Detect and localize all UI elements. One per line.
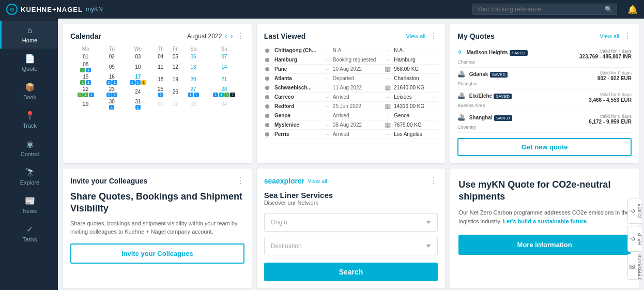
seaexplorer-view-all[interactable]: View all [308,178,327,184]
feedback-label: FEEDBACK [637,254,642,280]
more-information-button[interactable]: More information [458,235,631,255]
quote-price: 3,466 - 4,553 EUR [589,97,632,103]
star-icon[interactable]: ☆ [430,93,438,102]
calendar-day[interactable]: 07 [204,53,244,60]
calendar-day[interactable]: 19 [168,73,182,85]
my-quotes-view-all[interactable]: View all [600,33,619,39]
calendar-day[interactable]: 301 [101,98,122,110]
feedback-button[interactable]: ✉ FEEDBACK [627,254,643,280]
sea-search-button[interactable]: Search [264,263,438,281]
calendar-day[interactable]: 11 [154,60,168,73]
calendar-badge: 1 [89,93,94,97]
list-item[interactable]: Pune → 10 Aug 2022 🏢 968.00 KG [264,65,438,74]
calendar-day[interactable]: 04 [204,98,244,110]
calendar-day[interactable]: 20 [182,73,204,85]
sidebar-item-quote[interactable]: 📄 Quote [0,49,58,77]
calendar-day[interactable]: 18 [154,73,168,85]
calendar-badge: 1 [194,93,199,97]
calendar-day[interactable]: 04 [154,53,168,60]
sidebar-item-control[interactable]: ◉ Control [0,134,58,162]
calendar-day[interactable]: 02 [168,98,182,110]
guide-label: GUIDE [637,204,642,219]
calendar-day[interactable]: 01 [154,98,168,110]
quote-item[interactable]: ✈ Madison Heights SAVED Valid for 7 days… [457,46,632,68]
quote-to: Shanghai [457,81,632,86]
calendar-next-btn[interactable]: › [231,32,233,40]
calendar-day[interactable]: 24 [122,85,154,98]
saved-badge: SAVED [494,115,512,121]
calendar-day[interactable]: 22111 [70,85,101,98]
list-item[interactable]: Carreco → Arrived → Leixoes ☆ [264,93,438,102]
search-input[interactable] [477,6,605,13]
sidebar-item-track[interactable]: 📍 Track [0,105,58,134]
origin-select[interactable]: Origin [264,213,438,232]
calendar-day[interactable]: 2711 [182,85,204,98]
list-item[interactable]: Redford → 25 Jun 2022 🏢 14316.00 KG [264,102,438,111]
calendar-day[interactable]: 02 [101,53,122,60]
calendar-day[interactable]: 06 [182,53,204,60]
calendar-prev-btn[interactable]: ‹ [225,32,227,40]
calendar-day[interactable]: 251 [154,85,168,98]
shipment-dest: N.A. [393,46,430,55]
list-item[interactable]: Perris → Arrived → Los Angeles [264,130,438,139]
calendar-menu-btn[interactable]: ⋮ [236,31,244,41]
search-bar[interactable]: 🔍 [472,4,617,15]
calendar-day[interactable]: 13 [182,60,204,73]
calendar-day[interactable]: 29 [70,98,101,110]
calendar-day[interactable]: 26 [168,85,182,98]
quote-item[interactable]: 🚢 Elx/Elche SAVED Valid for 0 days 3,466… [457,89,632,111]
calendar-day[interactable]: 2311 [101,85,122,98]
invite-colleagues-button[interactable]: Invite your Colleagues [70,243,244,264]
list-item[interactable]: Hamburg → Booking requested → Hamburg [264,55,438,65]
calendar-day[interactable]: 1611 [101,73,122,85]
list-item[interactable]: Schwaebisch... → 11 Aug 2022 🏢 21640.00 … [264,83,438,93]
mykn-label: myKN [86,6,103,13]
calendar-day[interactable]: 09 [101,60,122,73]
calendar-day[interactable]: 17111 [122,73,154,85]
list-item[interactable]: Chittagong (Ch... → N.A. → N.A. [264,46,438,55]
calendar-day[interactable]: 05 [168,53,182,60]
calendar-day[interactable]: 01 [70,53,101,60]
destination-select[interactable]: Destination [264,237,438,255]
calendar-day[interactable]: 281111 [204,85,244,98]
sidebar-item-tasks[interactable]: ✓ Tasks [0,219,58,248]
calendar-day[interactable]: 03 [122,53,154,60]
co2-link[interactable]: Let's build a sustainable future. [503,218,588,224]
shipment-dot [265,132,269,136]
list-item[interactable]: Myslenice → 08 Aug 2022 🏢 7679.00 KG [264,120,438,130]
list-item[interactable]: Atlanta → Departed → Charleston [264,74,438,83]
sidebar-item-book[interactable]: 📦 Book [0,77,58,105]
calendar-badge: 1 [78,93,83,97]
sidebar-item-home[interactable]: ⌂ Home [0,21,58,49]
seaexplorer-menu[interactable]: ⋮ [430,176,438,186]
calendar-day[interactable]: 311 [122,98,154,110]
help-button[interactable]: ? HELP [627,226,643,252]
brand-name: KUEHNE+NAGEL [21,6,83,13]
shipment-dot [265,49,269,53]
last-viewed-menu[interactable]: ⋮ [430,31,438,41]
sidebar-item-explore[interactable]: 🔭 Explore [0,162,58,191]
notification-bell[interactable]: 🔔 [627,5,638,14]
calendar-badge: 1 [112,80,117,85]
calendar-day[interactable]: 1511 [70,73,101,85]
list-item[interactable]: Genoa → Arrived → Genoa [264,111,438,120]
shipment-dest: 21640.00 KG [393,83,430,93]
quote-item[interactable]: 🚢 Gdansk SAVED Valid for 0 days 902 - 92… [457,68,632,89]
sidebar-item-news[interactable]: 📰 News [0,191,58,219]
quote-item[interactable]: 🚢 Shanghai SAVED Valid for 0 days 6,172 … [457,111,632,133]
calendar-day[interactable]: 21 [204,73,244,85]
calendar-day[interactable]: 0811 [70,60,101,73]
calendar-day[interactable]: 12 [168,60,182,73]
calendar-day[interactable]: 14 [204,60,244,73]
calendar-badge: 1 [106,93,112,97]
calendar-day[interactable]: 03 [182,98,204,110]
top-navigation: ⊙ KUEHNE+NAGEL myKN 🔍 🔔 [0,0,644,19]
last-viewed-view-all[interactable]: View all [406,33,426,39]
get-new-quote-button[interactable]: Get new quote [457,138,632,156]
calendar-day[interactable]: 10 [122,60,154,73]
invite-menu[interactable]: ⋮ [236,176,244,186]
dest-icon: 🏢 [384,65,393,74]
arrow-icon: → [324,102,332,111]
shipment-dest: Los Angeles [393,130,430,139]
guide-button[interactable]: ? GUIDE [627,198,643,224]
